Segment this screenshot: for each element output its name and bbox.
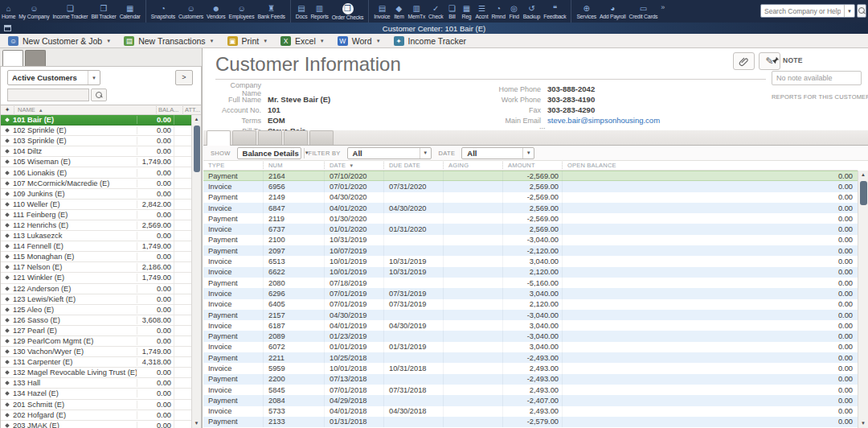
toolbar-item[interactable]: ❒ Bill Tracker (89, 0, 117, 23)
toolbar-item[interactable]: ◎ Find (507, 0, 522, 23)
transaction-row[interactable]: Payment 2149 04/30/2020 -2,569.00 0.00 (203, 192, 858, 203)
customer-row[interactable]: 122 Anderson (E) 0.00 (1, 284, 191, 294)
customer-row[interactable]: 129 PearlCom Mgmt (E) 0.00 (1, 336, 191, 347)
transaction-row[interactable]: Invoice 6847 04/01/2020 04/30/2020 2,569… (203, 203, 858, 213)
toolbar-item[interactable]: ▤ Invoice (372, 0, 391, 23)
action-button[interactable]: X Excel ▼ (280, 34, 325, 48)
detail-tab[interactable] (258, 130, 282, 145)
customer-row[interactable]: 125 Aleo (E) 0.00 (1, 305, 191, 315)
customer-row[interactable]: 111 Feinberg (E) 0.00 (1, 210, 191, 220)
left-panel-tab[interactable] (25, 50, 46, 66)
customer-row[interactable]: 117 Nelson (E) 2,186.00 (1, 262, 191, 273)
customer-list-header[interactable]: ✦ NAME▲ BALA... ATT... (1, 105, 201, 115)
customer-row[interactable]: 106 Lionakis (E) 0.00 (1, 167, 191, 178)
customer-row[interactable]: 130 Vachon/Wyer (E) 1,749.00 (1, 347, 191, 357)
action-button[interactable]: W Word ▼ (338, 34, 381, 48)
transaction-row[interactable]: Payment 2084 04/29/2018 -2,407.00 0.00 (203, 395, 858, 405)
show-dropdown[interactable]: Balance Details ▼ (237, 147, 301, 159)
action-button[interactable]: ☺ New Customer & Job ▼ (8, 34, 111, 48)
open-balance-column-header[interactable]: OPEN BALANCE (562, 162, 858, 169)
transaction-table-header[interactable]: TYPE NUM DATE▼ DUE DATE AGING AMOUNT OPE… (203, 161, 858, 171)
customer-row[interactable]: 133 Hall 0.00 (1, 378, 191, 389)
attachments-column-header[interactable]: ATT... (182, 106, 201, 113)
transaction-row[interactable]: Payment 2164 07/10/2020 -2,569.00 0.00 (203, 171, 858, 181)
amount-column-header[interactable]: AMOUNT (502, 162, 562, 169)
transaction-row[interactable]: Invoice 5845 07/01/2018 07/31/2018 2,493… (203, 385, 858, 395)
date-dropdown[interactable]: All ▼ (461, 147, 534, 159)
transaction-row[interactable]: Payment 2100 10/31/2019 -3,040.00 0.00 (203, 235, 858, 245)
toolbar-item[interactable]: ☺ Employees (227, 0, 256, 23)
customer-view-dropdown[interactable]: Active Customers ▼ (7, 70, 100, 85)
toolbar-item[interactable]: ☰ Accnt (473, 0, 489, 23)
toolbar-item[interactable]: ↺ Backup (522, 0, 542, 23)
search-go-button[interactable] (857, 4, 866, 18)
search-dropdown-arrow-icon[interactable]: ▼ (844, 5, 854, 17)
transaction-row[interactable]: Invoice 6405 07/01/2019 07/31/2019 2,120… (203, 299, 858, 310)
transaction-row[interactable]: Invoice 5733 04/01/2018 04/30/2018 2,493… (203, 406, 858, 417)
toolbar-item[interactable]: ▥ MemTx (406, 0, 427, 23)
customer-row[interactable]: 203 JMAK (E) 0.00 (1, 421, 191, 428)
action-button[interactable]: ✦ Income Tracker (394, 34, 466, 48)
toolbar-item[interactable]: ▤ Docs (294, 0, 309, 23)
customer-row[interactable]: 202 Hofgard (E) 0.00 (1, 410, 191, 421)
toolbar-item[interactable]: ◆ Item (391, 0, 406, 23)
toolbar-item[interactable]: ⌂ Home (0, 0, 17, 23)
toolbar-item[interactable]: ▥ Reports (309, 0, 330, 23)
detail-tab[interactable] (232, 130, 256, 145)
customer-row[interactable]: 132 Magel Revocable Living Trust (E) 0.0… (1, 368, 191, 378)
collapse-panel-button[interactable]: > (175, 70, 193, 85)
customer-row[interactable]: 103 Sprinkle (E) 0.00 (1, 136, 191, 146)
toolbar-item[interactable]: ◔ Snapshots (149, 0, 177, 23)
customer-row[interactable]: 121 Winkler (E) 1,749.00 (1, 273, 191, 283)
customer-row[interactable]: 114 Fennell (E) 1,749.00 (1, 241, 191, 252)
scrollbar-thumb[interactable] (860, 181, 867, 205)
action-button[interactable]: ▤ New Transactions ▼ (124, 34, 214, 48)
scroll-down-arrow-icon[interactable]: ▼ (858, 419, 868, 428)
toolbar-item[interactable]: ❏ Income Tracker (51, 0, 89, 23)
toolbar-item[interactable]: ❒ Order Checks (330, 0, 370, 23)
attach-column-icon[interactable]: ✦ (1, 106, 14, 113)
customer-row[interactable]: 126 Sasso (E) 3,608.00 (1, 315, 191, 326)
toolbar-item[interactable]: ▦ Calendar (118, 0, 146, 23)
detail-tab[interactable] (309, 130, 334, 145)
toolbar-item[interactable]: ▭ Credit Cards (627, 0, 659, 23)
scroll-up-arrow-icon[interactable]: ▲ (192, 115, 201, 124)
transaction-row[interactable]: Payment 2089 01/23/2019 -3,040.00 0.00 (203, 331, 858, 341)
customer-row[interactable]: 134 Hazel (E) 0.00 (1, 389, 191, 399)
customer-row[interactable]: 104 Diltz 0.00 (1, 146, 191, 157)
customer-row[interactable]: 115 Monaghan (E) 0.00 (1, 252, 191, 262)
toolbar-item[interactable]: ✓ Check (427, 0, 444, 23)
scroll-down-arrow-icon[interactable]: ▼ (192, 419, 201, 428)
customer-search-input[interactable] (7, 88, 89, 101)
transaction-row[interactable]: Invoice 6956 07/01/2020 07/31/2020 2,569… (203, 181, 858, 191)
left-panel-tab[interactable] (2, 50, 23, 66)
toolbar-item[interactable]: ▦ Reg (459, 0, 473, 23)
action-button[interactable]: ▣ Print ▼ (227, 34, 268, 48)
attachments-button[interactable] (733, 52, 755, 70)
toolbar-item[interactable]: ◕ Add Payroll (598, 0, 628, 23)
customer-row[interactable]: 110 Weller (E) 2,842.00 (1, 200, 191, 210)
search-input[interactable] (761, 7, 844, 15)
customer-search-button[interactable] (91, 88, 107, 101)
toolbar-item[interactable]: ☺ Customers (177, 0, 205, 23)
due-date-column-header[interactable]: DUE DATE (383, 162, 443, 169)
transaction-row[interactable]: Payment 2157 04/30/2019 -3,040.00 0.00 (203, 310, 858, 320)
customer-row[interactable]: 102 Sprinkle (E) 0.00 (1, 126, 191, 136)
customer-row[interactable]: 127 Pearl (E) 0.00 (1, 326, 191, 336)
customer-row[interactable]: 101 Bair (E) 0.00 (1, 115, 191, 126)
toolbar-item[interactable]: ❝ Feedback (542, 0, 571, 23)
scrollbar-thumb[interactable] (194, 126, 200, 172)
toolbar-item[interactable]: ♜ Bank Feeds (256, 0, 290, 23)
transaction-row[interactable]: Invoice 6187 04/01/2019 04/30/2019 3,040… (203, 320, 858, 331)
customer-row[interactable]: 113 Lukasezck 0.00 (1, 231, 191, 241)
toolbar-item[interactable]: ☺ My Company (17, 0, 51, 23)
type-column-header[interactable]: TYPE (203, 162, 263, 169)
balance-column-header[interactable]: BALA... (156, 106, 182, 113)
transaction-row[interactable]: Invoice 6296 07/01/2019 07/31/2019 3,040… (203, 288, 858, 298)
detail-tab[interactable] (284, 130, 308, 145)
toolbar-overflow-chevron[interactable]: » (661, 3, 665, 11)
transaction-row[interactable]: Payment 2211 10/25/2018 -2,493.00 0.00 (203, 352, 858, 363)
filter-by-dropdown[interactable]: All ▼ (347, 147, 432, 159)
transaction-row[interactable]: Invoice 6737 01/01/2020 01/31/2020 2,569… (203, 224, 858, 234)
transaction-row[interactable]: Payment 2080 07/18/2019 -5,160.00 0.00 (203, 278, 858, 288)
